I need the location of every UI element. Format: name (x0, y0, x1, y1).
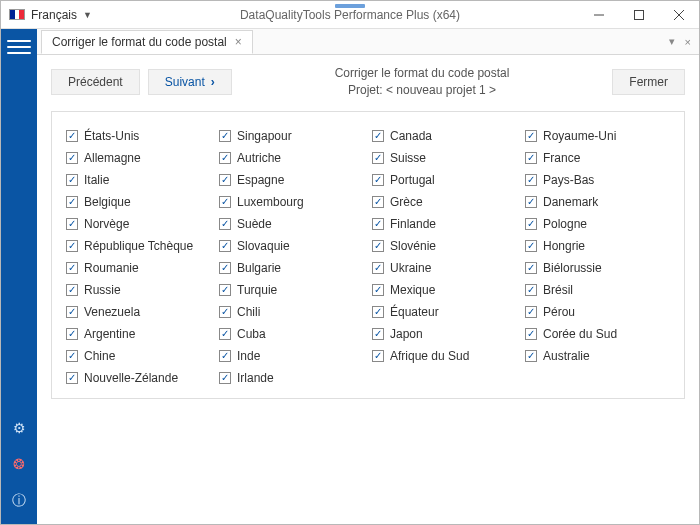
country-label: Italie (84, 173, 109, 187)
country-checkbox[interactable]: Allemagne (66, 148, 211, 168)
checkbox-icon (66, 174, 78, 186)
country-label: Chine (84, 349, 115, 363)
country-checkbox[interactable]: Grèce (372, 192, 517, 212)
country-checkbox[interactable]: Japon (372, 324, 517, 344)
prev-button[interactable]: Précédent (51, 69, 140, 95)
maximize-button[interactable] (619, 1, 659, 29)
country-checkbox[interactable]: Corée du Sud (525, 324, 670, 344)
country-checkbox[interactable]: Turquie (219, 280, 364, 300)
country-checkbox[interactable]: Portugal (372, 170, 517, 190)
country-checkbox[interactable]: Venezuela (66, 302, 211, 322)
checkbox-icon (372, 328, 384, 340)
app-title: DataQualityTools Performance Plus (x64) (240, 8, 460, 22)
checkbox-icon (219, 240, 231, 252)
country-checkbox[interactable]: États-Unis (66, 126, 211, 146)
country-checkbox[interactable]: Royaume-Uni (525, 126, 670, 146)
country-label: Corée du Sud (543, 327, 617, 341)
country-checkbox[interactable]: Nouvelle-Zélande (66, 368, 211, 388)
country-label: Turquie (237, 283, 277, 297)
close-window-button[interactable] (659, 1, 699, 29)
country-checkbox[interactable]: Russie (66, 280, 211, 300)
country-checkbox[interactable]: Espagne (219, 170, 364, 190)
country-checkbox[interactable]: Cuba (219, 324, 364, 344)
tab-close-button[interactable]: × (235, 35, 242, 49)
country-checkbox[interactable]: Pays-Bas (525, 170, 670, 190)
country-checkbox[interactable]: Italie (66, 170, 211, 190)
country-label: Inde (237, 349, 260, 363)
country-label: Luxembourg (237, 195, 304, 209)
tab-options-dash[interactable]: ▾ (669, 35, 675, 48)
minimize-button[interactable] (579, 1, 619, 29)
checkbox-icon (66, 196, 78, 208)
country-checkbox[interactable]: Finlande (372, 214, 517, 234)
country-checkbox[interactable]: Pérou (525, 302, 670, 322)
country-checkbox[interactable]: Singapour (219, 126, 364, 146)
country-label: Nouvelle-Zélande (84, 371, 178, 385)
checkbox-icon (219, 372, 231, 384)
country-checkbox[interactable]: Australie (525, 346, 670, 366)
country-checkbox[interactable]: Suisse (372, 148, 517, 168)
country-checkbox[interactable]: Mexique (372, 280, 517, 300)
country-checkbox[interactable]: Suède (219, 214, 364, 234)
tab-postal-format[interactable]: Corriger le format du code postal × (41, 30, 253, 54)
country-checkbox[interactable]: Bulgarie (219, 258, 364, 278)
country-label: Autriche (237, 151, 281, 165)
country-checkbox[interactable]: Canada (372, 126, 517, 146)
tab-label: Corriger le format du code postal (52, 35, 227, 49)
close-icon (674, 10, 684, 20)
country-checkbox[interactable]: Afrique du Sud (372, 346, 517, 366)
country-label: Irlande (237, 371, 274, 385)
country-checkbox[interactable]: Irlande (219, 368, 364, 388)
country-checkbox[interactable]: Slovénie (372, 236, 517, 256)
country-checkbox[interactable]: Inde (219, 346, 364, 366)
country-checkbox[interactable]: Pologne (525, 214, 670, 234)
country-label: Argentine (84, 327, 135, 341)
country-checkbox[interactable]: Équateur (372, 302, 517, 322)
country-checkbox[interactable]: Belgique (66, 192, 211, 212)
language-selector[interactable]: Français ▼ (1, 8, 100, 22)
country-checkbox[interactable]: France (525, 148, 670, 168)
country-label: Belgique (84, 195, 131, 209)
titlebar: Français ▼ DataQualityTools Performance … (1, 1, 699, 29)
country-label: Norvège (84, 217, 129, 231)
country-checkbox[interactable]: Argentine (66, 324, 211, 344)
country-checkbox[interactable]: Norvège (66, 214, 211, 234)
country-checkbox[interactable]: Chine (66, 346, 211, 366)
country-checkbox[interactable]: Brésil (525, 280, 670, 300)
country-label: Australie (543, 349, 590, 363)
country-label: Espagne (237, 173, 284, 187)
country-label: Portugal (390, 173, 435, 187)
close-button[interactable]: Fermer (612, 69, 685, 95)
checkbox-icon (525, 284, 537, 296)
country-label: Grèce (390, 195, 423, 209)
help-lifesaver-icon[interactable]: ❂ (13, 456, 25, 472)
next-button[interactable]: Suivant › (148, 69, 232, 95)
checkbox-icon (372, 240, 384, 252)
country-label: Suisse (390, 151, 426, 165)
maximize-icon (634, 10, 644, 20)
tab-close-all[interactable]: × (685, 36, 691, 48)
checkbox-icon (66, 306, 78, 318)
country-checkbox[interactable]: Luxembourg (219, 192, 364, 212)
info-icon[interactable]: ⓘ (12, 492, 26, 510)
menu-button[interactable] (7, 35, 31, 59)
checkbox-icon (219, 130, 231, 142)
next-label: Suivant (165, 75, 205, 89)
country-label: Pérou (543, 305, 575, 319)
country-checkbox[interactable]: Slovaquie (219, 236, 364, 256)
tab-bar: Corriger le format du code postal × ▾ × (37, 29, 699, 55)
country-checkbox[interactable]: Danemark (525, 192, 670, 212)
checkbox-icon (372, 306, 384, 318)
country-checkbox[interactable]: République Tchèque (66, 236, 211, 256)
country-label: Suède (237, 217, 272, 231)
country-checkbox[interactable]: Roumanie (66, 258, 211, 278)
gear-icon[interactable]: ⚙ (13, 420, 26, 436)
country-checkbox[interactable]: Chili (219, 302, 364, 322)
country-checkbox[interactable]: Ukraine (372, 258, 517, 278)
country-checkbox[interactable]: Hongrie (525, 236, 670, 256)
checkbox-icon (525, 152, 537, 164)
checkbox-icon (372, 130, 384, 142)
country-checkbox[interactable]: Autriche (219, 148, 364, 168)
country-checkbox[interactable]: Biélorussie (525, 258, 670, 278)
country-label: Pologne (543, 217, 587, 231)
